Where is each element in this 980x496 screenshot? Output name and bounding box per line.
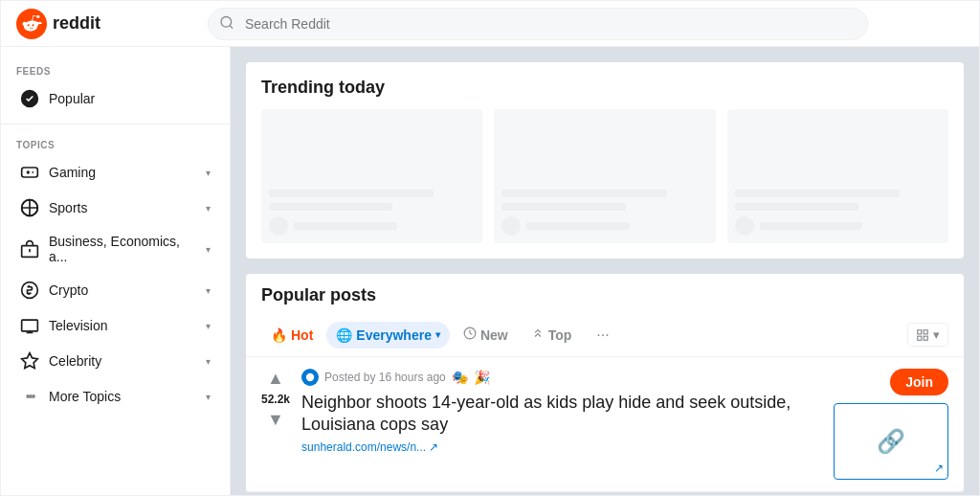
more-topics-chevron-icon: ▾: [206, 392, 211, 402]
feeds-label: FEEDS: [1, 58, 230, 80]
more-topics-icon: •••: [20, 387, 39, 406]
trending-card: Trending today: [246, 62, 964, 259]
television-label: Television: [49, 318, 196, 333]
popular-posts-title: Popular posts: [246, 274, 964, 313]
sidebar-item-popular[interactable]: Popular: [5, 81, 226, 116]
celebrity-label: Celebrity: [49, 353, 196, 369]
layout-icon: [916, 328, 929, 342]
svg-rect-14: [924, 329, 927, 333]
everywhere-chevron-icon: ▾: [435, 329, 440, 340]
post-filters: 🔥 Hot 🌐 Everywhere ▾ New: [246, 313, 964, 357]
trending-title: Trending today: [261, 78, 948, 98]
sidebar-item-celebrity[interactable]: Celebrity ▾: [5, 344, 226, 378]
link-icon: 🔗: [877, 428, 905, 455]
post-meta: Posted by 16 hours ago 🎭 🎉: [301, 369, 822, 386]
gaming-label: Gaming: [49, 165, 196, 180]
business-chevron-icon: ▾: [206, 244, 211, 255]
sidebar-divider: [1, 124, 230, 124]
sports-icon: [20, 198, 39, 217]
logo[interactable]: reddit: [16, 9, 100, 39]
post-time: Posted by 16 hours ago: [324, 371, 446, 384]
header: reddit: [1, 1, 979, 47]
content-area: Trending today: [231, 47, 979, 495]
television-chevron-icon: ▾: [206, 321, 211, 331]
vote-column: ▲ 52.2k ▼: [261, 369, 290, 430]
celebrity-chevron-icon: ▾: [206, 356, 211, 367]
trending-bar-9: [760, 222, 863, 230]
popular-posts-card: Popular posts 🔥 Hot 🌐 Everywhere ▾: [246, 274, 964, 492]
top-icon: [531, 327, 545, 343]
post-content: Posted by 16 hours ago 🎭 🎉 Neighbor shoo…: [301, 369, 822, 454]
filter-hot-button[interactable]: 🔥 Hot: [261, 322, 323, 349]
logo-text: reddit: [53, 13, 100, 34]
filter-top-button[interactable]: Top: [522, 321, 582, 349]
trending-bar-1: [269, 190, 434, 197]
search-icon: [219, 14, 234, 33]
post-title[interactable]: Neighbor shoots 14-year-old as kids play…: [301, 392, 822, 437]
view-toggle-button[interactable]: ▾: [907, 323, 948, 347]
upvote-button[interactable]: ▲: [267, 369, 284, 389]
crypto-label: Crypto: [49, 282, 196, 298]
svg-rect-15: [918, 336, 922, 340]
svg-rect-16: [924, 336, 927, 340]
sports-chevron-icon: ▾: [206, 203, 211, 214]
trending-bar-3: [294, 222, 397, 230]
sidebar: FEEDS Popular TOPICS Gaming ▾: [1, 47, 231, 495]
app-container: reddit FEEDS Popular TOPICS: [0, 0, 980, 496]
svg-point-1: [221, 16, 232, 27]
chevron-view-icon: ▾: [933, 327, 940, 342]
svg-point-17: [306, 373, 314, 381]
filter-everywhere-button[interactable]: 🌐 Everywhere ▾: [326, 322, 450, 349]
gaming-chevron-icon: ▾: [206, 168, 211, 178]
svg-marker-11: [22, 353, 38, 369]
search-bar: [208, 8, 868, 40]
post-item: ▲ 52.2k ▼ Posted by 16 hours ago 🎭 🎉: [246, 357, 964, 492]
trending-item: [727, 109, 948, 243]
search-input[interactable]: [208, 8, 868, 40]
globe-icon: 🌐: [336, 327, 352, 343]
trending-item: [261, 109, 482, 243]
television-icon: [20, 316, 39, 335]
trending-dot: [269, 216, 288, 236]
topics-label: TOPICS: [1, 132, 230, 154]
sports-label: Sports: [49, 200, 196, 215]
downvote-button[interactable]: ▼: [267, 410, 284, 430]
crypto-chevron-icon: ▾: [206, 285, 211, 296]
crypto-icon: [20, 281, 39, 300]
celebrity-icon: [20, 351, 39, 371]
emoji-2: 🎉: [474, 370, 490, 385]
sidebar-item-crypto[interactable]: Crypto ▾: [5, 273, 226, 307]
sidebar-item-gaming[interactable]: Gaming ▾: [5, 155, 226, 190]
svg-rect-13: [918, 329, 922, 333]
popular-icon: [20, 89, 39, 108]
sidebar-item-sports[interactable]: Sports ▾: [5, 191, 226, 225]
external-badge-icon: ↗: [934, 462, 944, 475]
trending-bar-5: [501, 203, 625, 211]
filter-more-button[interactable]: ···: [589, 323, 616, 348]
reddit-logo-icon: [16, 9, 47, 39]
external-link-icon: ↗: [429, 440, 438, 454]
post-link[interactable]: sunherald.com/news/n... ↗: [301, 440, 822, 454]
post-thumbnail[interactable]: 🔗 ↗: [834, 403, 948, 480]
filter-new-button[interactable]: New: [454, 321, 518, 349]
popular-label: Popular: [49, 91, 211, 106]
trending-bar-2: [269, 203, 392, 211]
sidebar-item-television[interactable]: Television ▾: [5, 308, 226, 343]
business-label: Business, Economics, a...: [49, 234, 196, 264]
svg-rect-10: [22, 320, 38, 331]
gaming-icon: [20, 163, 39, 182]
more-topics-label: More Topics: [49, 389, 196, 404]
sidebar-item-more-topics[interactable]: ••• More Topics ▾: [5, 379, 226, 414]
main-layout: FEEDS Popular TOPICS Gaming ▾: [1, 47, 979, 495]
join-button[interactable]: Join: [890, 369, 948, 395]
trending-item: [494, 109, 715, 243]
post-right-column: Join 🔗 ↗: [834, 369, 948, 480]
trending-bar-4: [501, 190, 666, 197]
trending-dot-3: [735, 216, 754, 236]
trending-dot-2: [501, 216, 521, 236]
trending-grid: [261, 109, 948, 243]
sidebar-item-business[interactable]: Business, Economics, a... ▾: [5, 226, 226, 272]
trending-bar-7: [735, 190, 900, 197]
subreddit-icon: [301, 369, 319, 386]
vote-count: 52.2k: [261, 393, 290, 406]
